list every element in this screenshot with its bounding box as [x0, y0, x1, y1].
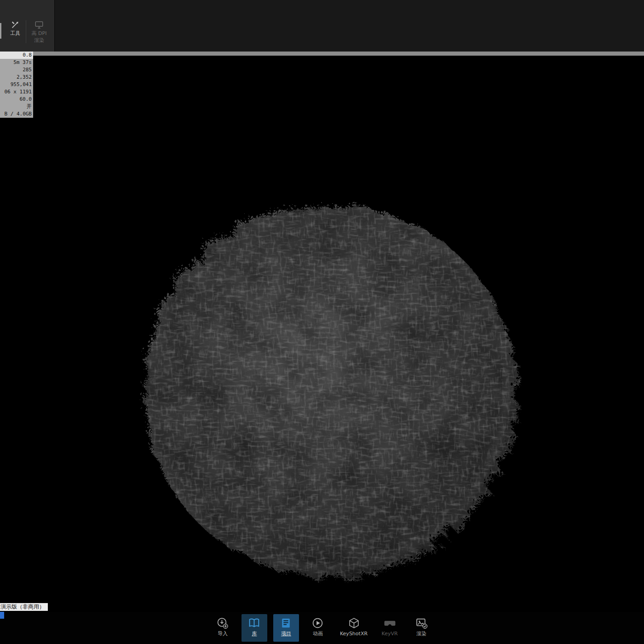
toolbar-item-library[interactable]: 库: [242, 614, 267, 642]
keyshot-window: 工具 高 DPI 渲染 0.8 5m 37s 285 2,352 955,041…: [0, 0, 644, 644]
hud-value: 955,041: [11, 81, 32, 87]
tools-label: 工具: [10, 31, 20, 36]
hud-row: 0.8: [0, 52, 33, 59]
fur-sphere-render: [113, 174, 536, 598]
hud-row: 06 x 1191: [0, 88, 33, 96]
hud-value: 开: [27, 104, 32, 109]
demo-version-label: 演示版（非商用）: [0, 603, 48, 611]
taskbar-fragment: [0, 612, 4, 619]
hud-value: 2,352: [17, 74, 32, 80]
toolbar-item-label: KeyVR: [382, 631, 398, 637]
partial-toolbar-button: [0, 23, 1, 39]
toolbar-item-label: KeyShotXR: [340, 631, 368, 637]
realtime-viewport[interactable]: [0, 56, 644, 612]
import-icon: [216, 617, 229, 629]
hidpi-monitor-icon: [34, 20, 44, 29]
toolbar-item-animation[interactable]: 动画: [305, 614, 331, 642]
hidpi-render-button[interactable]: 高 DPI 渲染: [29, 20, 50, 43]
hud-row: B / 4.0GB: [0, 110, 33, 118]
toolbar-item-keyshotxr[interactable]: KeyShotXR: [337, 614, 371, 642]
toolbar-divider-strip: [0, 52, 644, 56]
project-icon: [280, 617, 292, 629]
toolbar-item-render[interactable]: 渲染: [408, 614, 434, 642]
hidpi-label-line1: 高 DPI: [32, 31, 47, 36]
hud-value: 285: [23, 67, 32, 73]
top-toolbar: 工具 高 DPI 渲染: [0, 0, 644, 52]
tools-button[interactable]: 工具: [5, 20, 26, 36]
hud-row: 开: [0, 103, 33, 110]
toolbar-item-label: 库: [252, 631, 257, 637]
tools-icon: [11, 20, 20, 29]
hud-row: 5m 37s: [0, 59, 33, 66]
keyvr-headset-icon: [384, 617, 396, 629]
toolbar-item-keyvr[interactable]: KeyVR: [377, 614, 402, 642]
hud-row: 285: [0, 66, 33, 74]
render-stats-hud: 0.8 5m 37s 285 2,352 955,041 06 x 1191 6…: [0, 52, 33, 118]
hud-row: 955,041: [0, 81, 33, 88]
render-icon: [415, 617, 428, 629]
hud-value: 06 x 1191: [4, 89, 32, 95]
hud-value: 5m 37s: [13, 59, 32, 65]
hidpi-label-line2: 渲染: [34, 38, 44, 43]
toolbar-item-project[interactable]: 项目: [273, 614, 299, 642]
toolbar-item-import[interactable]: 导入: [210, 614, 236, 642]
toolbar-item-label: 项目: [281, 631, 291, 637]
toolbar-separator: [26, 20, 26, 43]
hud-value: B / 4.0GB: [4, 111, 32, 117]
animation-icon: [311, 617, 324, 629]
hud-row: 2,352: [0, 74, 33, 81]
toolbar-item-label: 渲染: [416, 631, 426, 637]
hud-value: 60.0: [20, 96, 32, 102]
hud-row: 60.0: [0, 96, 33, 103]
toolbar-item-label: 导入: [218, 631, 228, 637]
hud-value: 0.8: [23, 52, 32, 58]
keyshotxr-cube-icon: [348, 617, 360, 629]
library-icon: [248, 617, 260, 629]
bottom-toolbar: 导入 库 项目 动画: [0, 612, 644, 644]
toolbar-item-label: 动画: [313, 631, 323, 637]
